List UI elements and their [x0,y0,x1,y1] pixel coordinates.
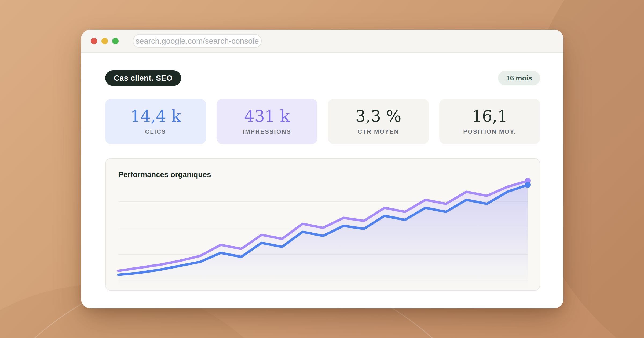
window-body: Cas client. SEO 16 mois 14,4 k CLICS 431… [81,53,564,291]
url-text: search.google.com/search-console [136,37,259,46]
stat-value: 431 k [244,108,290,125]
stat-value: 16,1 [472,108,508,125]
zoom-icon[interactable] [112,38,119,44]
minimize-icon[interactable] [101,38,108,44]
organic-performance-chart [118,178,528,289]
traffic-lights [91,38,119,44]
stat-label: IMPRESSIONS [243,128,291,135]
stat-label: CLICS [145,128,166,135]
page-background: search.google.com/search-console Cas cli… [0,0,644,338]
stat-value: 14,4 k [130,108,181,125]
close-icon[interactable] [91,38,97,44]
stat-card-impressions: 431 k IMPRESSIONS [217,99,317,144]
period-pill[interactable]: 16 mois [498,71,540,85]
browser-window: search.google.com/search-console Cas cli… [81,30,564,308]
stat-card-position: 16,1 POSITION MOY. [439,99,540,144]
stat-label: CTR MOYEN [358,128,399,135]
case-badge: Cas client. SEO [105,70,181,86]
stats-row: 14,4 k CLICS 431 k IMPRESSIONS 3,3 % CTR… [105,99,540,144]
stat-value: 3,3 % [355,108,401,125]
browser-titlebar: search.google.com/search-console [81,30,564,53]
stat-card-ctr: 3,3 % CTR MOYEN [328,99,429,144]
url-bar[interactable]: search.google.com/search-console [133,34,262,48]
stat-card-clics: 14,4 k CLICS [105,99,206,144]
header-row: Cas client. SEO 16 mois [105,70,540,86]
clics-end-dot [525,182,531,188]
stat-label: POSITION MOY. [463,128,516,135]
performance-chart-card: Performances organiques [105,158,540,291]
